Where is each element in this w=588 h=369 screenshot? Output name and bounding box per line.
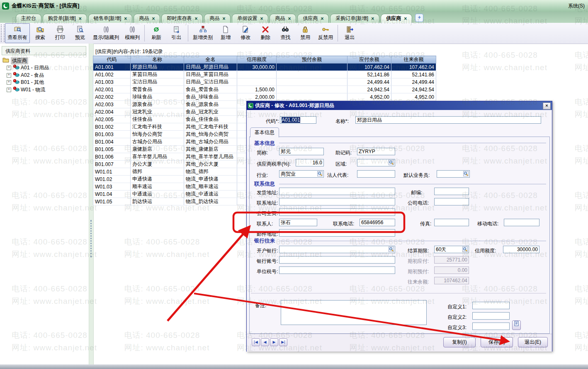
copy-button[interactable]: 复制(I) — [443, 337, 476, 347]
contact-address-input[interactable] — [279, 198, 395, 205]
close-tab-icon[interactable]: × — [371, 16, 374, 21]
close-tab-icon[interactable]: × — [152, 16, 155, 21]
ship-address-input[interactable] — [279, 188, 395, 195]
tab-item[interactable]: 供应商× — [297, 14, 329, 23]
toolbar-button-refresh[interactable]: 刷新 — [147, 23, 166, 43]
zip-input[interactable] — [434, 188, 469, 195]
credit-limit-input[interactable] — [503, 246, 539, 253]
dialog-title-bar[interactable]: 供应商 - 修改 - A01.001-郑源日用品 × — [247, 101, 552, 110]
custom3-input[interactable] — [472, 323, 510, 330]
close-tab-icon[interactable]: × — [124, 16, 127, 21]
industry-lookup-icon[interactable] — [317, 171, 323, 178]
column-header[interactable]: 名称 — [131, 56, 184, 64]
new-tab-button[interactable]: + — [415, 14, 423, 22]
tab-item[interactable]: 即时库存表× — [161, 14, 203, 23]
toolbar-button-preview[interactable]: 预览 — [70, 23, 90, 43]
tab-item[interactable]: 供应商× — [381, 14, 412, 23]
table-row[interactable]: A02.002珍味食品食品_珍味食品2,000.004,952.004,952.… — [93, 93, 436, 101]
tree-item[interactable]: +A02 - 食品 — [7, 72, 49, 79]
close-tab-icon[interactable]: × — [222, 16, 225, 21]
tab-item[interactable]: 商品× — [270, 14, 296, 23]
homepage-input[interactable] — [279, 208, 395, 216]
nav-last-button[interactable]: ▶| — [279, 338, 287, 346]
column-header[interactable]: 应付余额 — [347, 56, 391, 64]
toolbar-button-export[interactable]: 引出 — [167, 23, 186, 43]
toolbar-button-columns[interactable]: 显示/隐藏列 — [90, 23, 121, 43]
table-row[interactable]: A02.001爱普食品食品_爱普食品1,500.0024,942.5424,94… — [93, 86, 436, 93]
email-input[interactable] — [279, 229, 395, 237]
short-name-input[interactable] — [279, 148, 324, 155]
mnemonic-input[interactable] — [357, 148, 395, 155]
tax-rate-input[interactable] — [296, 159, 324, 166]
name-input[interactable] — [355, 116, 541, 124]
dialog-close-button[interactable]: × — [543, 103, 551, 110]
contact-phone-input[interactable] — [360, 219, 395, 226]
column-header[interactable]: 信用额度 — [237, 56, 277, 64]
expand-icon[interactable]: + — [7, 73, 11, 78]
tab-item[interactable]: 单据设置× — [232, 14, 268, 23]
table-row[interactable]: A01.001郑源日用品日用品_郑源日用品30,000.00107,462.04… — [93, 64, 436, 71]
close-tab-icon[interactable]: × — [404, 16, 407, 21]
tab-item[interactable]: 采购订单[新增]× — [330, 14, 379, 23]
tree-item[interactable]: +W01 - 物流 — [7, 86, 49, 94]
expand-icon[interactable]: + — [7, 88, 11, 92]
expand-icon[interactable]: + — [7, 66, 11, 70]
tab-item[interactable]: 主控台 — [16, 14, 41, 23]
region-lookup-icon[interactable] — [389, 160, 394, 166]
tree-root-supplier[interactable]: 供应商 — [2, 57, 49, 64]
toolbar-button-lock[interactable]: 禁用 — [296, 23, 315, 43]
nav-first-button[interactable]: |◀ — [252, 338, 260, 346]
column-header[interactable]: 预付余额 — [277, 56, 347, 64]
tab-item[interactable]: 商品× — [204, 14, 231, 23]
toolbar-grip[interactable] — [1, 24, 5, 42]
bank-input[interactable] — [279, 246, 395, 253]
toolbar-button-columns[interactable]: 模糊列 — [122, 23, 142, 43]
nav-prev-button[interactable]: ◀ — [261, 338, 269, 346]
toolbar-button-category[interactable]: 新增类别 — [190, 23, 215, 43]
company-phone-input[interactable] — [434, 198, 469, 205]
splitter-knob[interactable] — [90, 220, 93, 257]
save-button[interactable]: 保存(S) — [481, 337, 513, 347]
settle-term-lookup-icon[interactable] — [462, 247, 468, 253]
toolbar-button-view-all[interactable]: 查看所有 — [5, 23, 30, 43]
code-input[interactable]: A01.001 — [280, 116, 316, 124]
toolbar-button-find[interactable]: 查找 — [276, 23, 295, 43]
tab-basic-info[interactable]: 基本信息 — [250, 127, 279, 137]
tab-item[interactable]: 销售单[新增]× — [88, 14, 133, 23]
column-header[interactable]: 代码 — [93, 56, 131, 64]
contact-person-input[interactable] — [279, 219, 317, 226]
bank-lookup-icon[interactable] — [389, 247, 394, 253]
close-tab-icon[interactable]: × — [288, 16, 291, 21]
table-row[interactable]: A01.003宝洁日用品日用品_宝洁日用品24,499.4424,499.44 — [93, 78, 436, 86]
tree-item[interactable]: +B01 - 其他 — [7, 79, 49, 86]
close-tab-icon[interactable]: × — [321, 16, 323, 21]
toolbar-button-key[interactable]: 反禁用 — [316, 23, 335, 43]
tax-no-input[interactable] — [279, 266, 395, 274]
mobile-input[interactable] — [504, 219, 539, 226]
toolbar-button-search[interactable]: 搜索 — [31, 23, 50, 43]
custom2-input[interactable] — [472, 312, 510, 320]
toolbar-button-print[interactable]: 打印 — [51, 23, 70, 43]
note-textarea[interactable] — [281, 300, 427, 325]
bank-account-input[interactable] — [279, 256, 395, 264]
toolbar-button-exit[interactable]: 退出 — [340, 23, 359, 43]
fax-input[interactable] — [434, 219, 469, 226]
tree-item[interactable]: +A01 - 日用品 — [7, 64, 49, 72]
nav-next-button[interactable]: ▶ — [270, 338, 278, 346]
expand-icon[interactable]: + — [7, 80, 11, 85]
exit-button[interactable]: 退出(E) — [518, 337, 548, 347]
close-tab-icon[interactable]: × — [79, 16, 82, 21]
column-header[interactable]: 往来余额 — [391, 56, 436, 64]
custom3-more-button[interactable] — [512, 320, 521, 330]
toolbar-button-delete[interactable]: 删除 — [256, 23, 275, 43]
close-tab-icon[interactable]: × — [194, 16, 197, 21]
tab-item[interactable]: 购货单[新增]× — [43, 14, 87, 23]
toolbar-button-new[interactable]: 新增 — [216, 23, 235, 43]
table-row[interactable]: A01.002莱茵日用品日用品_莱茵日用品52,141.8652,141.86 — [93, 71, 436, 78]
custom1-input[interactable] — [472, 302, 510, 309]
legal-rep-input[interactable] — [357, 170, 395, 178]
system-menu[interactable]: 系统(S) — [568, 2, 585, 10]
close-tab-icon[interactable]: × — [260, 16, 263, 21]
toolbar-button-edit[interactable]: 修改 — [236, 23, 255, 43]
tab-item[interactable]: 商品× — [134, 14, 160, 23]
